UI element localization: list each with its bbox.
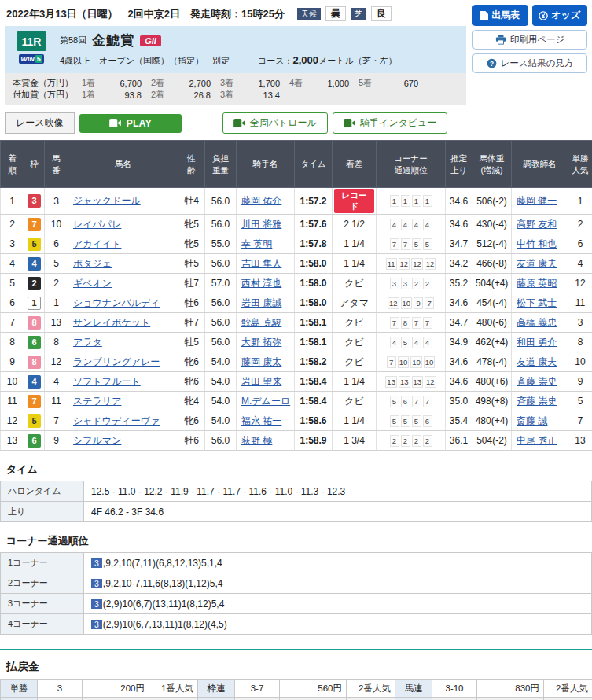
jockey-link[interactable]: 川田 将雅 (241, 219, 281, 230)
trainer-cell: 藤原 英昭 (512, 274, 568, 293)
corner-position: 7 (387, 356, 396, 368)
last-3f: 35.2 (446, 274, 472, 293)
trainer-link[interactable]: 和田 勇介 (517, 337, 557, 348)
result-row: 133ジャックドール牡456.0藤岡 佑介1:57.2レコード111134.65… (1, 188, 592, 215)
frame-badge: 2 (28, 277, 41, 290)
corner-position: 5 (423, 238, 432, 250)
jockey-interview-button[interactable]: 騎手インタビュー (333, 112, 447, 134)
horse-number: 1 (45, 293, 68, 313)
jockey-link[interactable]: 西村 淳也 (241, 278, 281, 289)
jockey-link[interactable]: 藤岡 康太 (241, 356, 281, 367)
horse-name-link[interactable]: アラタ (73, 337, 102, 348)
jockey-link[interactable]: 岩田 望来 (241, 376, 281, 387)
corner-position: 6 (401, 396, 410, 407)
trainer-link[interactable]: 藤岡 健一 (517, 195, 557, 206)
corner-order-cell: 7877 (377, 313, 446, 333)
trainer-link[interactable]: 高橋 義忠 (517, 317, 557, 328)
trainer-link[interactable]: 藤原 英昭 (517, 278, 557, 289)
shutsuba-button[interactable]: 出馬表 (472, 5, 528, 26)
margin-cell: クビ (333, 274, 377, 293)
payout-combination: 3-10 (432, 680, 477, 698)
horse-number: 12 (45, 352, 68, 372)
trainer-link[interactable]: 斉藤 崇史 (517, 396, 557, 407)
horse-name-link[interactable]: アカイイト (73, 238, 121, 249)
jockey-link[interactable]: 福永 祐一 (241, 415, 281, 426)
time-row-label: ハロンタイム (1, 481, 84, 502)
jockey-link[interactable]: 吉田 隼人 (241, 258, 281, 269)
jockey-link[interactable]: 荻野 極 (241, 435, 272, 446)
finish-position: 4 (1, 254, 24, 274)
horse-name-link[interactable]: ギベオン (73, 278, 112, 289)
finish-time: 1:58.0 (295, 274, 333, 293)
corner-position: 7 (401, 238, 410, 250)
horse-name-link[interactable]: ポタジェ (73, 258, 112, 269)
corner-position: 7 (423, 396, 432, 407)
horse-name-link[interactable]: シャドウディーヴァ (73, 415, 160, 426)
time-row-value: 4F 46.2 - 3F 34.6 (84, 502, 592, 522)
video-camera-icon (344, 119, 355, 127)
last-3f: 35.0 (446, 392, 472, 411)
course-distance: 2,000 (292, 54, 318, 66)
horse-number: 3 (45, 188, 68, 215)
horse-number: 7 (45, 411, 68, 431)
horse-name-link[interactable]: サンレイポケット (73, 317, 150, 328)
jockey-link[interactable]: M.デムーロ (241, 396, 290, 407)
finish-position: 9 (1, 352, 24, 372)
play-button[interactable]: PLAY (79, 114, 182, 133)
horse-name-link[interactable]: ジャックドール (73, 195, 141, 206)
patrol-video-button[interactable]: 全周パトロール (222, 112, 328, 134)
trainer-link[interactable]: 斎藤 誠 (517, 415, 547, 426)
trainer-link[interactable]: 高野 友和 (517, 219, 557, 230)
win5-logo[interactable]: WIN 5 (19, 54, 44, 64)
jockey-link[interactable]: 大野 拓弥 (241, 337, 281, 348)
corner-position: 5 (401, 337, 410, 348)
result-row: 1257シャドウディーヴァ牝654.0福永 祐一1:58.61 1/455563… (1, 411, 592, 431)
corner-position: 10 (410, 356, 422, 368)
corner-position: 5 (412, 415, 421, 427)
patrol-video-label: 全周パトロール (250, 116, 317, 130)
trainer-link[interactable]: 斉藤 崇史 (517, 376, 557, 387)
result-row: 356アカイイト牝555.0幸 英明1:57.81 1/4775534.7512… (1, 234, 592, 254)
horse-name-link[interactable]: レイパパレ (73, 219, 121, 230)
horse-name-link[interactable]: ランブリングアレー (73, 356, 160, 367)
section-divider (0, 649, 592, 650)
last-3f: 34.7 (446, 313, 472, 333)
horse-name-link[interactable]: ソフトフルート (73, 376, 141, 387)
win-popularity: 4 (568, 254, 592, 274)
jockey-link[interactable]: 幸 英明 (241, 238, 272, 249)
trainer-link[interactable]: 中尾 秀正 (517, 435, 557, 446)
trainer-link[interactable]: 松下 武士 (517, 297, 557, 308)
results-column-header: 単勝 人気 (568, 141, 592, 188)
odds-button[interactable]: オッズ (532, 5, 588, 26)
results-guide-button[interactable]: ? レース結果の見方 (472, 53, 587, 73)
sex-age: 牝6 (178, 352, 205, 372)
jockey-link[interactable]: 岩田 康誠 (241, 297, 281, 308)
condition-badges: 天候 曇 芝 良 (297, 6, 392, 21)
jockey-link[interactable]: 鮫島 克駿 (241, 317, 281, 328)
prize-amount: 6,700 (102, 79, 142, 88)
corner-order-cell: 1111 (377, 188, 446, 215)
prize-amount: 26.8 (171, 90, 211, 100)
trainer-cell: 高橋 義忠 (512, 313, 568, 333)
trainer-link[interactable]: 友道 康夫 (517, 258, 557, 269)
win-popularity: 1 (568, 188, 592, 215)
corner-position: 4 (412, 337, 421, 348)
prize-place: 1着 (82, 89, 102, 101)
finish-time: 1:57.8 (295, 234, 333, 254)
finish-position: 3 (1, 234, 24, 254)
print-page-button[interactable]: 印刷用ページ (472, 30, 587, 50)
trainer-cell: 斉藤 崇史 (512, 392, 568, 411)
payout-amount: 410円 (280, 698, 347, 700)
leader-number: 3 (91, 579, 102, 588)
horse-name-link[interactable]: ステラリア (73, 396, 121, 407)
margin-cell: アタマ (333, 293, 377, 313)
jockey-link[interactable]: 藤岡 佑介 (241, 195, 281, 206)
horse-name-link[interactable]: ショウナンバルディ (73, 297, 160, 308)
corner-position: 1 (412, 195, 421, 207)
horse-name-link[interactable]: シフルマン (73, 435, 121, 446)
trainer-link[interactable]: 中竹 和也 (517, 238, 557, 249)
result-row: 9812ランブリングアレー牝654.0藤岡 康太1:58.2クビ71010103… (1, 352, 592, 372)
win-popularity: 9 (568, 372, 592, 392)
corner-position: 4 (423, 337, 432, 348)
trainer-link[interactable]: 友道 康夫 (517, 356, 557, 367)
